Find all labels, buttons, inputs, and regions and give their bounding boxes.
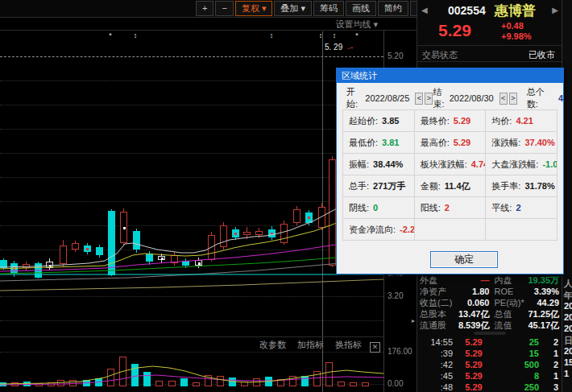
dialog-stat-label: 换手率: — [491, 180, 520, 192]
dialog-stat-label: 阳线: — [421, 202, 441, 214]
indicator-toolbar: 改参数加指标换指标✕ — [0, 339, 383, 353]
last-price: 5.29 — [438, 21, 471, 40]
ma-slow-khaki — [0, 279, 383, 291]
toolbar-button-6[interactable]: 简约 — [378, 1, 408, 16]
next-stock-arrow-icon[interactable]: ▶ — [552, 6, 558, 14]
tick-v: 15 — [495, 349, 539, 358]
indicator-toolbar-item-2[interactable]: 换指标 — [335, 340, 362, 349]
event-marker-icon[interactable]: ↕ — [267, 31, 276, 39]
toolbar-button-5[interactable]: 画线 — [346, 1, 376, 16]
trade-status-label: 交易状态 — [422, 49, 458, 61]
gridline — [0, 105, 383, 105]
dialog-stat-row: 资金净流向:-2.21亿 — [343, 219, 557, 241]
dialog-stat-cell — [486, 219, 557, 241]
total-count-label: 总个数: — [527, 86, 550, 110]
stat-row: 净资产1.80ROE3.39% — [417, 286, 562, 297]
toolbar-button-1[interactable]: − — [215, 1, 233, 16]
dialog-stat-cell: 金额:11.4亿 — [415, 175, 487, 197]
indicator-axis-label: 176.00 — [388, 347, 412, 356]
indicator-close-icon[interactable]: ✕ — [370, 342, 380, 353]
dialog-stat-value: 2 — [445, 203, 450, 213]
tick-p: 5.29 — [453, 337, 495, 347]
volume-bar — [69, 380, 77, 386]
indicator-toolbar-item-1[interactable]: 加指标 — [297, 340, 324, 349]
volume-bar — [277, 379, 284, 386]
stat-value: 1.80 — [457, 287, 489, 296]
tick-t: :45 — [421, 371, 453, 381]
last-price-tag: 5. 29 — [325, 43, 342, 52]
end-date-next-button[interactable]: > — [509, 93, 517, 105]
stat-label: PE(动)* — [489, 297, 520, 309]
dialog-stat-cell: 大盘涨跌幅:-1.04% — [486, 154, 557, 175]
end-date-prev-button[interactable]: < — [499, 93, 508, 105]
volume-bar — [35, 383, 43, 386]
clipped-text-fragment: 年 — [564, 290, 572, 302]
tick-v: 250 — [495, 382, 539, 392]
ma-slow-gray — [0, 259, 383, 281]
indicator-toolbar-item-0[interactable]: 改参数 — [259, 340, 286, 349]
fundamental-stats: 外盘—内盘19.35万净资产1.80ROE3.39%收益(二)0.060PE(动… — [417, 274, 562, 331]
toolbar-button-0[interactable]: + — [196, 1, 213, 16]
price-change: +0.48 +9.98% — [501, 21, 532, 42]
volume-bar — [180, 378, 188, 386]
dialog-stat-label: 最终价: — [421, 115, 450, 127]
ma-settings-dropdown[interactable]: 设置均线 ▾ — [335, 19, 378, 31]
volume-bar — [253, 378, 260, 386]
toolbar-button-2[interactable]: 复权 ▾ — [235, 1, 273, 16]
change-percent: +9.98% — [501, 31, 532, 41]
volume-bar — [83, 380, 90, 386]
dialog-stat-value: 2 — [516, 203, 520, 213]
dialog-stat-cell: 振幅:38.44% — [343, 154, 415, 175]
chart-toolbar: +−复权 ▾叠加 ▾筹码画线简约隐藏 ▸▸⤢ — [0, 0, 417, 18]
dialog-stat-label: 最低价: — [349, 137, 378, 149]
event-marker-icon[interactable]: ↕ — [131, 31, 139, 39]
tick-trade-list[interactable]: 14:555.29252:395.29151:425.295002:455.29… — [417, 336, 562, 392]
dialog-stat-row: 阴线:0阳线:2平线:2 — [343, 197, 557, 219]
end-date-label: 结束: — [433, 86, 449, 110]
stock-code: 002554 — [448, 4, 486, 17]
stat-value: 19.35万 — [520, 274, 559, 287]
event-marker-icon[interactable]: ↕ — [330, 31, 338, 39]
gridline — [0, 250, 383, 250]
event-marker-icon[interactable]: * — [353, 31, 361, 39]
panel-expand-arrow-icon[interactable]: ▸ — [412, 317, 415, 324]
ok-button[interactable]: 确定 — [430, 251, 498, 268]
stat-value: 71.25亿 — [520, 308, 559, 320]
toolbar-button-4[interactable]: 筹码 — [313, 1, 344, 16]
tick-n: 2 — [539, 337, 558, 347]
stat-value: — — [457, 275, 489, 285]
tick-row: :425.295002 — [417, 359, 562, 370]
dialog-title-bar[interactable]: 区域统计 — [337, 68, 563, 83]
stat-label: 外盘 — [420, 274, 457, 287]
stat-value: 13.47亿 — [457, 308, 489, 320]
start-date-prev-button[interactable]: < — [415, 93, 423, 105]
volume-bar — [362, 382, 369, 386]
stock-name: 惠博普 — [495, 2, 536, 20]
stat-label: ROE — [489, 287, 520, 296]
volume-bar — [131, 364, 139, 386]
tick-t: :42 — [421, 360, 453, 369]
toolbar-button-3[interactable]: 叠加 ▾ — [274, 1, 312, 16]
event-marker-icon[interactable]: ↕ — [317, 31, 325, 39]
dialog-stat-value: 38.44% — [373, 159, 403, 169]
volume-bar — [155, 381, 163, 386]
tick-p: 5.29 — [453, 360, 495, 369]
dialog-stat-value: 5.29 — [454, 116, 470, 126]
price-axis-label: 5.20 — [388, 52, 403, 60]
volume-bar — [48, 382, 55, 386]
stat-value: 0.060 — [457, 298, 489, 307]
event-marker-icon[interactable]: * — [106, 31, 114, 39]
dialog-stat-label: 起始价: — [349, 115, 378, 127]
prev-stock-arrow-icon[interactable]: ◀ — [421, 6, 428, 14]
dialog-stat-label: 资金净流向: — [349, 224, 396, 236]
gridline — [0, 56, 383, 57]
stat-value: 45.17亿 — [520, 320, 559, 332]
start-date-next-button[interactable]: > — [425, 93, 433, 105]
dialog-stat-row: 总手:271万手金额:11.4亿换手率:31.78% — [343, 175, 557, 197]
trading-app-window: 5.203.403.20176.000.00*↕↕↕↕*5. 29 → +−复权… — [0, 0, 572, 392]
trade-status-value: 已收市 — [528, 49, 555, 61]
panel-collapse-handle[interactable] — [474, 332, 506, 335]
dialog-date-row: 开始: 2022/08/25 < > 结束:2022/08/30 < > 总个数… — [346, 90, 563, 106]
volume-bar — [11, 382, 19, 386]
stat-value: 3.39% — [520, 287, 559, 296]
